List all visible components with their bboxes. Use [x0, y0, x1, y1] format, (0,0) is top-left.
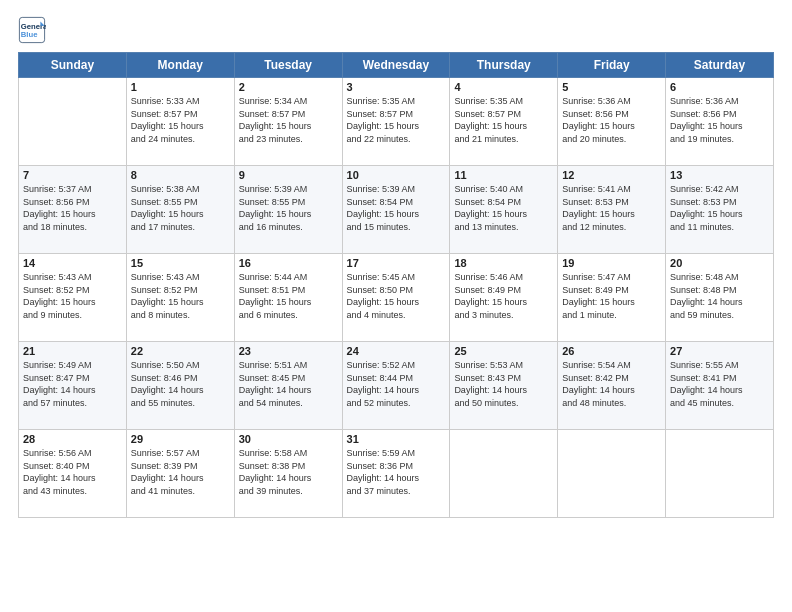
- day-info: Sunrise: 5:50 AM Sunset: 8:46 PM Dayligh…: [131, 359, 230, 409]
- day-info: Sunrise: 5:33 AM Sunset: 8:57 PM Dayligh…: [131, 95, 230, 145]
- day-info: Sunrise: 5:36 AM Sunset: 8:56 PM Dayligh…: [562, 95, 661, 145]
- day-number: 13: [670, 169, 769, 181]
- day-info: Sunrise: 5:58 AM Sunset: 8:38 PM Dayligh…: [239, 447, 338, 497]
- calendar-cell: 5Sunrise: 5:36 AM Sunset: 8:56 PM Daylig…: [558, 78, 666, 166]
- header: General Blue: [18, 16, 774, 44]
- calendar-week-row: 7Sunrise: 5:37 AM Sunset: 8:56 PM Daylig…: [19, 166, 774, 254]
- weekday-header-friday: Friday: [558, 53, 666, 78]
- calendar-cell: 23Sunrise: 5:51 AM Sunset: 8:45 PM Dayli…: [234, 342, 342, 430]
- day-info: Sunrise: 5:46 AM Sunset: 8:49 PM Dayligh…: [454, 271, 553, 321]
- calendar-cell: [558, 430, 666, 518]
- calendar-cell: 28Sunrise: 5:56 AM Sunset: 8:40 PM Dayli…: [19, 430, 127, 518]
- calendar-cell: 11Sunrise: 5:40 AM Sunset: 8:54 PM Dayli…: [450, 166, 558, 254]
- calendar-cell: 29Sunrise: 5:57 AM Sunset: 8:39 PM Dayli…: [126, 430, 234, 518]
- calendar-cell: 15Sunrise: 5:43 AM Sunset: 8:52 PM Dayli…: [126, 254, 234, 342]
- logo: General Blue: [18, 16, 48, 44]
- day-info: Sunrise: 5:57 AM Sunset: 8:39 PM Dayligh…: [131, 447, 230, 497]
- day-number: 25: [454, 345, 553, 357]
- day-info: Sunrise: 5:43 AM Sunset: 8:52 PM Dayligh…: [131, 271, 230, 321]
- calendar-cell: 25Sunrise: 5:53 AM Sunset: 8:43 PM Dayli…: [450, 342, 558, 430]
- calendar-cell: 1Sunrise: 5:33 AM Sunset: 8:57 PM Daylig…: [126, 78, 234, 166]
- calendar-cell: 4Sunrise: 5:35 AM Sunset: 8:57 PM Daylig…: [450, 78, 558, 166]
- day-number: 28: [23, 433, 122, 445]
- day-number: 1: [131, 81, 230, 93]
- calendar-cell: 6Sunrise: 5:36 AM Sunset: 8:56 PM Daylig…: [666, 78, 774, 166]
- day-info: Sunrise: 5:49 AM Sunset: 8:47 PM Dayligh…: [23, 359, 122, 409]
- calendar-cell: 19Sunrise: 5:47 AM Sunset: 8:49 PM Dayli…: [558, 254, 666, 342]
- calendar-cell: 22Sunrise: 5:50 AM Sunset: 8:46 PM Dayli…: [126, 342, 234, 430]
- day-info: Sunrise: 5:54 AM Sunset: 8:42 PM Dayligh…: [562, 359, 661, 409]
- day-number: 3: [347, 81, 446, 93]
- day-info: Sunrise: 5:47 AM Sunset: 8:49 PM Dayligh…: [562, 271, 661, 321]
- day-number: 7: [23, 169, 122, 181]
- day-number: 5: [562, 81, 661, 93]
- calendar-cell: 9Sunrise: 5:39 AM Sunset: 8:55 PM Daylig…: [234, 166, 342, 254]
- calendar-cell: 30Sunrise: 5:58 AM Sunset: 8:38 PM Dayli…: [234, 430, 342, 518]
- calendar-week-row: 14Sunrise: 5:43 AM Sunset: 8:52 PM Dayli…: [19, 254, 774, 342]
- calendar-cell: 18Sunrise: 5:46 AM Sunset: 8:49 PM Dayli…: [450, 254, 558, 342]
- day-number: 22: [131, 345, 230, 357]
- day-info: Sunrise: 5:53 AM Sunset: 8:43 PM Dayligh…: [454, 359, 553, 409]
- day-info: Sunrise: 5:41 AM Sunset: 8:53 PM Dayligh…: [562, 183, 661, 233]
- calendar-cell: 21Sunrise: 5:49 AM Sunset: 8:47 PM Dayli…: [19, 342, 127, 430]
- calendar-cell: [450, 430, 558, 518]
- day-number: 31: [347, 433, 446, 445]
- weekday-header-tuesday: Tuesday: [234, 53, 342, 78]
- calendar-cell: 31Sunrise: 5:59 AM Sunset: 8:36 PM Dayli…: [342, 430, 450, 518]
- weekday-header-saturday: Saturday: [666, 53, 774, 78]
- day-info: Sunrise: 5:42 AM Sunset: 8:53 PM Dayligh…: [670, 183, 769, 233]
- calendar-cell: 10Sunrise: 5:39 AM Sunset: 8:54 PM Dayli…: [342, 166, 450, 254]
- logo-icon: General Blue: [18, 16, 46, 44]
- day-number: 18: [454, 257, 553, 269]
- calendar-page: General Blue SundayMondayTuesdayWednesda…: [0, 0, 792, 612]
- calendar-cell: [666, 430, 774, 518]
- day-number: 27: [670, 345, 769, 357]
- day-info: Sunrise: 5:52 AM Sunset: 8:44 PM Dayligh…: [347, 359, 446, 409]
- day-number: 26: [562, 345, 661, 357]
- calendar-cell: 7Sunrise: 5:37 AM Sunset: 8:56 PM Daylig…: [19, 166, 127, 254]
- day-info: Sunrise: 5:39 AM Sunset: 8:54 PM Dayligh…: [347, 183, 446, 233]
- day-number: 4: [454, 81, 553, 93]
- day-number: 24: [347, 345, 446, 357]
- calendar-week-row: 1Sunrise: 5:33 AM Sunset: 8:57 PM Daylig…: [19, 78, 774, 166]
- calendar-cell: 13Sunrise: 5:42 AM Sunset: 8:53 PM Dayli…: [666, 166, 774, 254]
- calendar-cell: 8Sunrise: 5:38 AM Sunset: 8:55 PM Daylig…: [126, 166, 234, 254]
- calendar-cell: 14Sunrise: 5:43 AM Sunset: 8:52 PM Dayli…: [19, 254, 127, 342]
- day-number: 23: [239, 345, 338, 357]
- day-info: Sunrise: 5:59 AM Sunset: 8:36 PM Dayligh…: [347, 447, 446, 497]
- day-info: Sunrise: 5:55 AM Sunset: 8:41 PM Dayligh…: [670, 359, 769, 409]
- weekday-header-thursday: Thursday: [450, 53, 558, 78]
- weekday-header-sunday: Sunday: [19, 53, 127, 78]
- svg-text:Blue: Blue: [21, 30, 38, 39]
- calendar-cell: 26Sunrise: 5:54 AM Sunset: 8:42 PM Dayli…: [558, 342, 666, 430]
- calendar-week-row: 21Sunrise: 5:49 AM Sunset: 8:47 PM Dayli…: [19, 342, 774, 430]
- weekday-header-wednesday: Wednesday: [342, 53, 450, 78]
- day-number: 2: [239, 81, 338, 93]
- day-number: 9: [239, 169, 338, 181]
- day-number: 8: [131, 169, 230, 181]
- day-info: Sunrise: 5:39 AM Sunset: 8:55 PM Dayligh…: [239, 183, 338, 233]
- day-number: 6: [670, 81, 769, 93]
- day-info: Sunrise: 5:35 AM Sunset: 8:57 PM Dayligh…: [347, 95, 446, 145]
- day-info: Sunrise: 5:44 AM Sunset: 8:51 PM Dayligh…: [239, 271, 338, 321]
- day-info: Sunrise: 5:37 AM Sunset: 8:56 PM Dayligh…: [23, 183, 122, 233]
- calendar-cell: 16Sunrise: 5:44 AM Sunset: 8:51 PM Dayli…: [234, 254, 342, 342]
- day-info: Sunrise: 5:40 AM Sunset: 8:54 PM Dayligh…: [454, 183, 553, 233]
- day-info: Sunrise: 5:56 AM Sunset: 8:40 PM Dayligh…: [23, 447, 122, 497]
- calendar-cell: 27Sunrise: 5:55 AM Sunset: 8:41 PM Dayli…: [666, 342, 774, 430]
- weekday-header-row: SundayMondayTuesdayWednesdayThursdayFrid…: [19, 53, 774, 78]
- day-number: 20: [670, 257, 769, 269]
- calendar-cell: 12Sunrise: 5:41 AM Sunset: 8:53 PM Dayli…: [558, 166, 666, 254]
- calendar-cell: 20Sunrise: 5:48 AM Sunset: 8:48 PM Dayli…: [666, 254, 774, 342]
- day-info: Sunrise: 5:48 AM Sunset: 8:48 PM Dayligh…: [670, 271, 769, 321]
- day-number: 10: [347, 169, 446, 181]
- calendar-cell: 24Sunrise: 5:52 AM Sunset: 8:44 PM Dayli…: [342, 342, 450, 430]
- day-info: Sunrise: 5:45 AM Sunset: 8:50 PM Dayligh…: [347, 271, 446, 321]
- day-info: Sunrise: 5:36 AM Sunset: 8:56 PM Dayligh…: [670, 95, 769, 145]
- day-info: Sunrise: 5:35 AM Sunset: 8:57 PM Dayligh…: [454, 95, 553, 145]
- day-number: 16: [239, 257, 338, 269]
- svg-text:General: General: [21, 22, 46, 31]
- day-number: 15: [131, 257, 230, 269]
- day-info: Sunrise: 5:43 AM Sunset: 8:52 PM Dayligh…: [23, 271, 122, 321]
- day-number: 21: [23, 345, 122, 357]
